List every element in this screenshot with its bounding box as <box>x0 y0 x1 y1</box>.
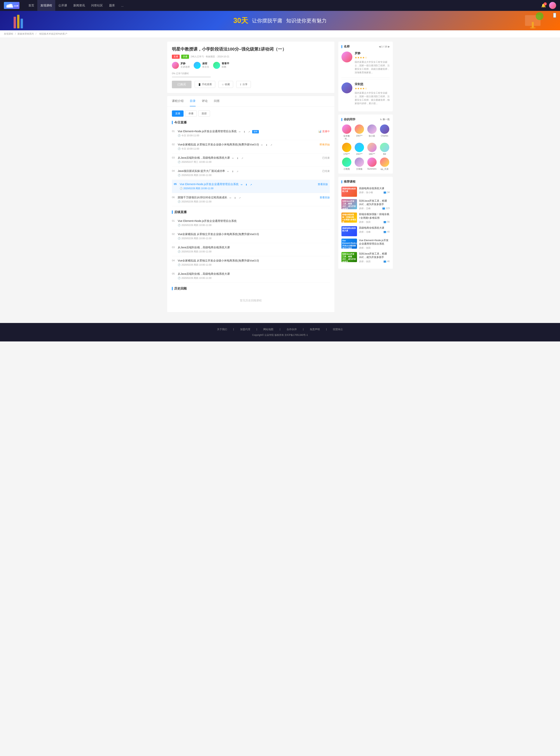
tab-intro[interactable]: 课程介绍 <box>172 96 183 106</box>
lesson-num-04: 04 <box>172 170 178 172</box>
tab-review[interactable]: 评论 <box>202 96 208 106</box>
edit-icon-03: ✏ <box>232 157 235 160</box>
classmates-change[interactable]: ↻ 换一批 <box>380 118 390 121</box>
nav-discover[interactable]: 发现课程 <box>37 0 55 11</box>
share-icon-01: ↗ <box>247 130 251 133</box>
banner-close-button[interactable]: × <box>553 13 556 18</box>
lesson-title-01[interactable]: Vue Element+Node.js开发企业通用管理后台系统 <box>178 130 237 133</box>
share-button[interactable]: ⇪ 分享 <box>236 81 251 88</box>
sidebar-right: 名师 ◀ 1 / 10 ▶ 罗静 ★★★★☆ 国内某重点大学安全工程专业硕士，国… <box>338 42 393 315</box>
lesson-info-06: 跟随千万级项目从0到100全过程高效成长 ✏ ⬇ ↗ 🕐 2020/02/26 … <box>178 196 317 203</box>
lesson-title-05[interactable]: Vue Element+Node.js开发企业通用管理后台系统 <box>180 183 239 186</box>
prev-icon[interactable]: ◀ <box>379 45 381 48</box>
teacher-role-2: 助教 <box>222 65 229 68</box>
lesson-status-03: 已结束 <box>322 156 330 160</box>
footer-link-disclaimer[interactable]: 免责声明 <box>310 327 320 331</box>
teacher-info-1: 凌荷 班主任 <box>202 62 209 68</box>
lesson-status-05[interactable]: 查看回放 <box>318 183 328 186</box>
classmate-8[interactable]: 小熊熊 <box>341 158 352 171</box>
footer-link-agent[interactable]: 加盟代理 <box>240 327 250 331</box>
later-lesson-title-03[interactable]: 从Java后端到全栈，高级电商全栈系统大课 <box>178 246 330 249</box>
nav-open-course[interactable]: 公开课 <box>55 0 70 11</box>
breadcrumb-current: 销冠炼术术搞定80%的客户 <box>39 33 67 35</box>
rec-course-0[interactable]: 高级电商全线系统大课 高级电商全线系统大课 讲师：张小锋 👥 34 <box>341 187 390 197</box>
classmate-avatar-11 <box>380 158 389 167</box>
lesson-title-06[interactable]: 跟随千万级项目从0到100全过程高效成长 <box>178 196 227 199</box>
lesson-time-01: 🕐 今日 10:00-11:00 <box>178 134 315 137</box>
sidebar-teacher-desc-0: 国内某重点大学安全工程专业硕士，国家一级注册消防工程师、注册安全工程师、高级注册… <box>355 60 390 74</box>
classmate-3[interactable]: Charles <box>379 124 390 140</box>
sub-tab-live[interactable]: 直播 <box>172 111 183 117</box>
rec-course-title-5: 玩转Java开发工具，精通JUC，成为开发多面手 <box>359 252 390 259</box>
header: 云朵课堂 首页 发现课程 公开课 新闻资讯 问答社区 题库 ... 🔔 1 <box>0 0 560 11</box>
user-avatar[interactable] <box>549 2 556 9</box>
classmate-6[interactable]: 1867** <box>367 143 377 155</box>
edit-icon-05: ✏ <box>240 183 243 186</box>
mobile-watch-button[interactable]: 📱 手机观看 <box>195 81 215 88</box>
classmate-7[interactable]: Bill <box>379 143 390 155</box>
rec-students-5: 👥 46 <box>383 260 390 263</box>
tab-catalog[interactable]: 目录 <box>190 96 196 106</box>
notification-bell[interactable]: 🔔 1 <box>541 3 546 8</box>
later-lesson-item-03: 03 从Java后端到全栈，高级电商全栈系统大课 🕐 2020/02/26 周四… <box>172 243 330 256</box>
lesson-num-05: 05 <box>174 183 180 185</box>
nav-home[interactable]: 首页 <box>25 0 37 11</box>
breadcrumb-item-series[interactable]: 新媒体营销系列 <box>18 33 34 35</box>
nav-news[interactable]: 新闻资讯 <box>70 0 88 11</box>
classmate-9[interactable]: 大笨狼 <box>354 158 364 171</box>
classmate-name-2: 张小田 <box>369 135 375 138</box>
bar-chart-icon-01: 📊 <box>318 130 321 133</box>
lesson-title-02[interactable]: Vue全家桶实战 从零独立开发企业级小米电商系统(免费升级Vue3.0) <box>178 143 259 146</box>
lesson-title-04[interactable]: Java项目面试实操 提升大厂面试成功率 <box>178 170 225 173</box>
rec-course-thumb-0: 高级电商全线系统大课 <box>341 187 357 197</box>
later-lesson-title-05[interactable]: 从Java后端到全栈，高级电商全栈系统大课 <box>178 272 330 276</box>
classmate-2[interactable]: 张小田 <box>367 124 377 140</box>
sub-tab-classroom[interactable]: 面授 <box>198 111 210 117</box>
rec-course-title-4: Vue Element+Node.js开发企业通用管理后台系统 <box>359 239 390 245</box>
rec-course-meta-0: 讲师：张小锋 👥 34 <box>359 191 390 194</box>
purchased-button[interactable]: 已购买 <box>172 81 192 88</box>
lesson-title-03[interactable]: 从Java后端到全栈，高级电商全栈系统大课 <box>178 156 230 160</box>
lesson-status-01[interactable]: 📊 直播中 <box>318 130 330 133</box>
footer-link-recruit[interactable]: 招贤纳士 <box>333 327 343 331</box>
teacher-name-1: 凌荷 <box>202 62 209 65</box>
svg-rect-4 <box>14 17 16 28</box>
lesson-time-06: 🕐 2020/02/26 周四 10:00-11:00 <box>178 200 317 203</box>
nav-qa[interactable]: 问答社区 <box>88 0 106 11</box>
tab-qa[interactable]: 问答 <box>214 96 220 106</box>
next-icon[interactable]: ▶ <box>388 45 390 48</box>
material-tag-01[interactable]: 资料 <box>252 130 259 133</box>
footer-link-partner[interactable]: 合作伙伴 <box>287 327 297 331</box>
rec-course-4[interactable]: Vue Element+Node.js开发企业通用管理后台系统 Vue Elem… <box>341 239 390 250</box>
rec-course-5[interactable]: 玩转Java开发工具，精通JUC，成为开发多面手 玩转Java开发工具，精通JU… <box>341 252 390 263</box>
later-lesson-title-04[interactable]: Vue全家桶实战 从零独立开发企业级小米电商系统(免费升级Vue3.0) <box>178 259 330 262</box>
rec-course-3[interactable]: 高级电商全线系统大课 高级电商全线系统大课 讲师：冷峰 👥 40 <box>341 226 390 236</box>
later-lesson-item-01: 01 Vue Element+Node.js开发企业通用管理后台系统 🕐 202… <box>172 217 330 230</box>
lesson-status-02[interactable]: 即将开始 <box>320 143 330 146</box>
rec-course-1[interactable]: 玩转Java开发工具，精通JUC，成为开发多面手 玩转Java开发工具，精通JU… <box>341 199 390 210</box>
classmate-name-5: 1567** <box>356 153 362 155</box>
later-lesson-time-01: 🕐 2020/02/26 周四 10:00-11:00 <box>178 224 330 227</box>
later-lesson-title-02[interactable]: Vue全家桶实战 从零独立开发企业级小米电商系统(免费升级Vue3.0) <box>178 233 330 236</box>
classmate-1[interactable]: 1567** <box>354 124 364 140</box>
lesson-item-03: 03 从Java后端到全栈，高级电商全栈系统大课 ✏ ⬇ ↗ 🕐 2020/02… <box>172 154 330 167</box>
classmate-5[interactable]: 1567** <box>354 143 364 155</box>
footer-link-sitemap[interactable]: 网站地图 <box>263 327 273 331</box>
rec-course-2[interactable]: 前端全栈加强版！前端全栈+全周期+多维应用 前端全栈加强版！前端全栈+全周期+多… <box>341 213 390 224</box>
favorite-button[interactable]: ☆ 收藏 <box>218 81 233 88</box>
lesson-status-06[interactable]: 查看回放 <box>320 196 330 199</box>
breadcrumb-item-discover[interactable]: 发现课程 <box>4 33 13 35</box>
classmate-0[interactable]: 化学教书... <box>341 124 352 140</box>
nav-question-bank[interactable]: 题库 <box>106 0 118 11</box>
sidebar-teacher-name-1: 宋利坚 <box>355 82 390 86</box>
sub-tab-record[interactable]: 录播 <box>185 111 197 117</box>
rec-students-2: 👥 56 <box>383 220 390 224</box>
footer-link-about[interactable]: 关于我们 <box>217 327 227 331</box>
classmate-10[interactable]: Summers <box>367 158 377 171</box>
later-lesson-title-01[interactable]: Vue Element+Node.js开发企业通用管理后台系统 <box>178 219 330 223</box>
nav-more[interactable]: ... <box>118 0 127 11</box>
classmate-4[interactable]: 1767** <box>341 143 352 155</box>
mobile-watch-label: 手机观看 <box>202 83 212 86</box>
classmate-11[interactable]: qq_天涯 <box>379 158 390 171</box>
logo[interactable]: 云朵课堂 <box>4 2 19 9</box>
